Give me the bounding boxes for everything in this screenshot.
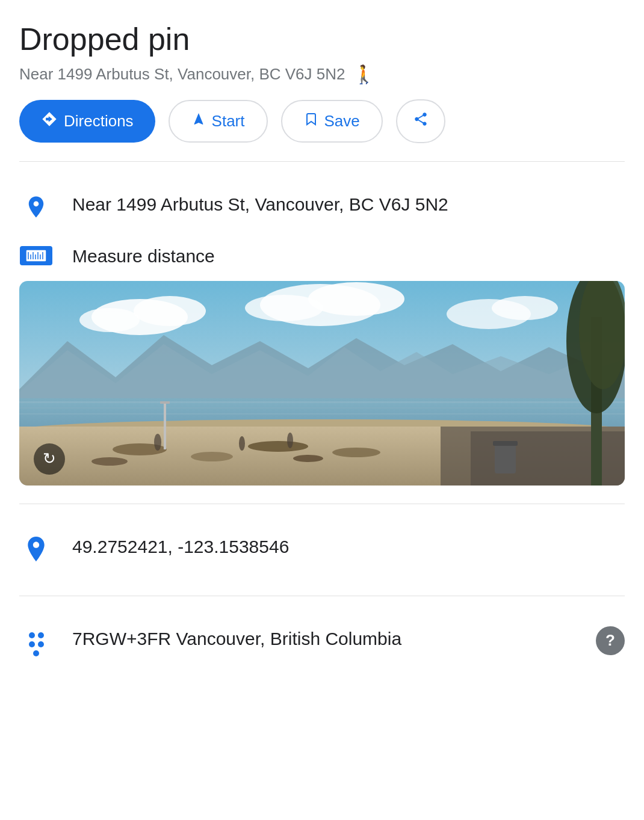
street-view-scene-svg [19, 281, 625, 486]
pegman-icon: ↻ [43, 449, 56, 468]
svg-rect-20 [19, 401, 625, 403]
start-button[interactable]: Start [169, 100, 268, 143]
svg-point-28 [191, 452, 233, 461]
dots-top-row [29, 632, 44, 638]
walk-icon: 🚶 [353, 64, 375, 85]
start-label: Start [212, 112, 245, 131]
share-icon [413, 111, 429, 131]
subtitle-row: Near 1499 Arbutus St, Vancouver, BC V6J … [19, 64, 625, 85]
save-icon [304, 112, 318, 131]
svg-rect-39 [495, 443, 516, 473]
pluscode-content: 7RGW+3FR Vancouver, British Columbia ? [72, 626, 625, 655]
coordinates-item[interactable]: 49.2752421, -123.1538546 [19, 522, 625, 578]
svg-point-32 [293, 455, 323, 462]
divider-3 [19, 596, 625, 596]
coordinates-pin-icon [23, 537, 49, 566]
pluscode-icon-container [19, 626, 53, 656]
street-view-container[interactable]: ↻ [19, 281, 625, 486]
svg-point-33 [154, 434, 161, 451]
measure-item[interactable]: Measure distance [19, 232, 625, 281]
svg-rect-41 [164, 401, 166, 449]
svg-point-10 [134, 296, 206, 326]
location-pin-icon [23, 194, 49, 220]
divider-1 [19, 161, 625, 162]
address-text: Near 1499 Arbutus St, Vancouver, BC V6J … [72, 192, 448, 217]
dot-3 [29, 641, 35, 647]
dots-middle-row [29, 641, 44, 647]
header: Dropped pin Near 1499 Arbutus St, Vancou… [19, 22, 625, 85]
svg-rect-42 [160, 401, 170, 404]
measure-text: Measure distance [72, 244, 215, 269]
directions-button[interactable]: Directions [19, 100, 155, 143]
svg-point-31 [91, 457, 128, 466]
action-row: Directions Start Save [19, 99, 625, 143]
svg-point-29 [248, 441, 308, 452]
directions-icon [41, 111, 58, 132]
dot-5 [33, 650, 39, 656]
main-panel: Dropped pin Near 1499 Arbutus St, Vancou… [0, 0, 644, 692]
svg-rect-40 [493, 441, 518, 446]
street-view-pegman[interactable]: ↻ [34, 443, 65, 475]
help-button[interactable]: ? [596, 626, 625, 655]
share-button[interactable] [396, 99, 445, 143]
svg-point-16 [492, 296, 558, 320]
save-label: Save [324, 112, 360, 131]
ruler-icon-container [19, 244, 53, 265]
svg-rect-21 [19, 407, 625, 408]
svg-point-14 [245, 295, 323, 321]
ruler-icon [20, 246, 52, 265]
directions-label: Directions [64, 112, 134, 131]
svg-point-34 [239, 436, 245, 451]
address-item: Near 1499 Arbutus St, Vancouver, BC V6J … [19, 180, 625, 232]
svg-point-35 [287, 433, 293, 448]
svg-point-11 [79, 308, 140, 332]
svg-rect-0 [26, 250, 46, 262]
dots-bottom-row [33, 650, 39, 656]
address-icon-container [19, 192, 53, 220]
dot-2 [38, 632, 44, 638]
plus-code-icon [29, 629, 44, 656]
svg-rect-22 [19, 413, 625, 415]
save-button[interactable]: Save [281, 100, 383, 143]
divider-2 [19, 504, 625, 504]
subtitle-text: Near 1499 Arbutus St, Vancouver, BC V6J … [19, 65, 345, 84]
dot-1 [29, 632, 35, 638]
page-title: Dropped pin [19, 22, 625, 58]
pluscode-text: 7RGW+3FR Vancouver, British Columbia [72, 626, 596, 652]
dot-4 [38, 641, 44, 647]
start-icon [191, 112, 206, 131]
pluscode-item[interactable]: 7RGW+3FR Vancouver, British Columbia ? [19, 614, 625, 668]
coordinates-icon-container [19, 534, 53, 566]
svg-point-30 [332, 448, 380, 457]
svg-point-13 [308, 282, 404, 316]
coordinates-text: 49.2752421, -123.1538546 [72, 534, 289, 560]
